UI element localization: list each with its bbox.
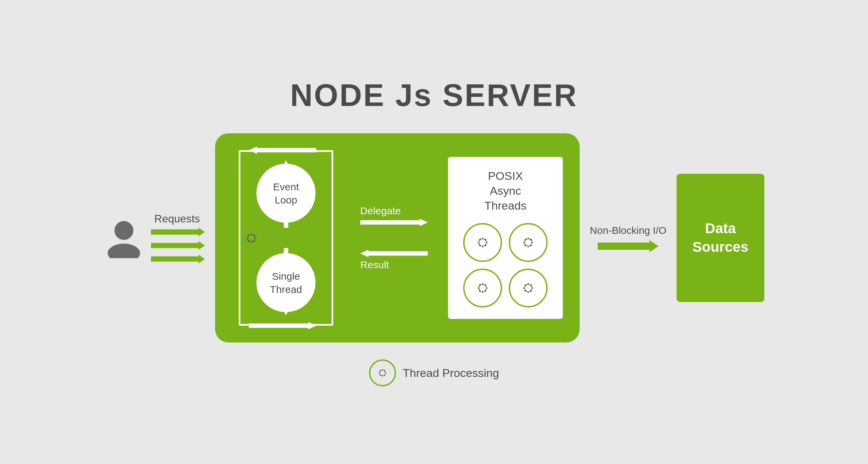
delegate-group: Delegate: [360, 205, 428, 226]
data-sources-label: Data Sources: [677, 219, 764, 256]
user-icon: [104, 218, 144, 258]
delegate-label: Delegate: [360, 205, 401, 217]
requests-section: Requests: [151, 213, 205, 264]
main-server-box: EventLoop SingleThread Delegate Re: [215, 133, 580, 343]
gear-grid: [463, 223, 548, 307]
result-arrow-shape: [360, 250, 428, 257]
request-arrow-2: [151, 241, 205, 250]
thread-processing-label: Thread Processing: [403, 366, 499, 380]
data-sources-box: Data Sources: [677, 174, 764, 302]
legend-gear-circle: [369, 359, 396, 386]
single-thread-circle: SingleThread: [257, 253, 316, 312]
posix-gear-2: [509, 223, 548, 262]
single-thread-label: SingleThread: [270, 270, 302, 296]
posix-gear-1: [463, 223, 502, 262]
request-arrow-3: [151, 255, 205, 264]
event-loop-label: EventLoop: [273, 180, 299, 207]
legend-gear-icon: [374, 364, 391, 381]
posix-gear-icon-3: [472, 277, 494, 299]
posix-gear-icon-2: [517, 231, 539, 253]
svg-point-0: [114, 221, 133, 240]
delegate-arrow-shape: [360, 219, 428, 226]
svg-point-1: [108, 244, 140, 258]
request-arrow-1: [151, 228, 205, 237]
bottom-right-arrow: [249, 322, 316, 329]
legend: Thread Processing: [369, 359, 499, 386]
top-left-arrow: [249, 146, 316, 154]
posix-box: POSIXAsyncThreads: [448, 157, 563, 319]
posix-title: POSIXAsyncThreads: [484, 168, 527, 213]
user-section: [104, 218, 144, 258]
middle-arrows: Delegate Result: [357, 205, 431, 271]
left-panel: EventLoop SingleThread: [232, 150, 340, 326]
page-title: NODE Js SERVER: [290, 78, 578, 113]
posix-gear-4: [509, 269, 548, 307]
request-arrows: [151, 228, 205, 264]
requests-label: Requests: [154, 213, 200, 225]
result-group: Result: [360, 250, 428, 271]
posix-gear-icon-1: [472, 231, 494, 253]
posix-gear-3: [463, 269, 502, 307]
posix-gear-icon-4: [517, 277, 539, 299]
nonblocking-label: Non-Blocking I/O: [590, 224, 666, 237]
nonblocking-arrow: [598, 240, 658, 252]
gear-center: [239, 226, 263, 250]
diagram-container: Requests: [104, 133, 764, 343]
gear-icon: [240, 227, 262, 249]
event-loop-circle: EventLoop: [257, 164, 316, 223]
nonblocking-section: Non-Blocking I/O: [590, 224, 666, 252]
result-label: Result: [360, 259, 389, 271]
